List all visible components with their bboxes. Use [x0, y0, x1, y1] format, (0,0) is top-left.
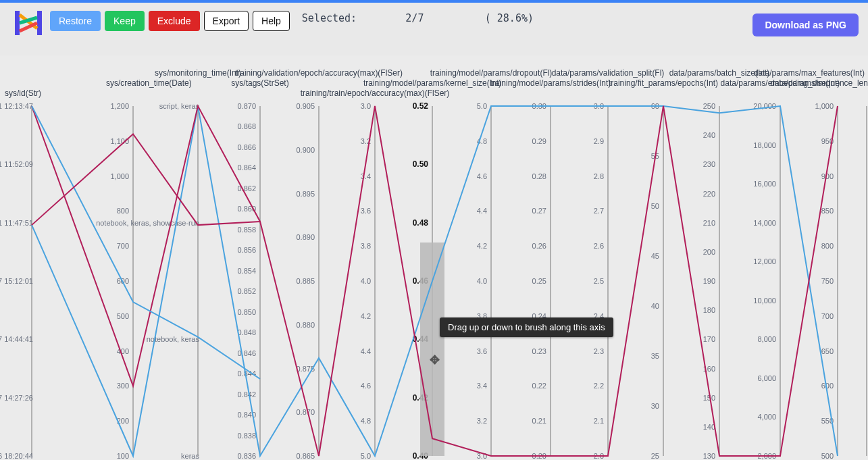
svg-text:0.870: 0.870	[237, 102, 256, 110]
svg-text:sys/monitoring_time(Int): sys/monitoring_time(Int)	[155, 68, 241, 78]
keep-button[interactable]: Keep	[105, 11, 145, 31]
svg-text:2.1: 2.1	[594, 417, 604, 425]
parallel-coordinates-chart[interactable]: sys/id(Str)2023/06/21 12:13:472023/06/21…	[0, 55, 868, 460]
svg-text:2.5: 2.5	[594, 277, 604, 285]
svg-text:0.52: 0.52	[413, 101, 429, 111]
download-png-button[interactable]: Download as PNG	[752, 14, 859, 36]
svg-text:training/model/params/kernel_s: training/model/params/kernel_size(Int)	[363, 78, 501, 88]
svg-text:0.842: 0.842	[237, 390, 256, 399]
svg-text:3.6: 3.6	[477, 347, 487, 355]
svg-text:40: 40	[651, 302, 659, 310]
svg-text:4.4: 4.4	[477, 207, 487, 215]
svg-text:0.858: 0.858	[237, 226, 256, 234]
svg-text:140: 140	[703, 423, 715, 431]
svg-text:4.4: 4.4	[361, 347, 371, 355]
svg-text:2023/03/07 14:44:41: 2023/03/07 14:44:41	[0, 335, 33, 343]
svg-text:14,000: 14,000	[753, 219, 776, 227]
svg-text:2023/03/07 15:12:01: 2023/03/07 15:12:01	[0, 277, 33, 285]
svg-text:850: 850	[821, 207, 834, 215]
svg-text:3.6: 3.6	[361, 207, 371, 215]
svg-text:400: 400	[117, 347, 129, 355]
svg-text:100: 100	[117, 452, 129, 460]
svg-text:0.890: 0.890	[296, 233, 315, 241]
svg-text:2023/06/21 11:47:51: 2023/06/21 11:47:51	[0, 219, 33, 227]
svg-text:210: 210	[703, 219, 715, 227]
svg-text:1,000: 1,000	[815, 102, 834, 110]
selection-status: Selected: 2/7 ( 28.6%)	[302, 12, 534, 24]
svg-text:2023/03/06 18:20:44: 2023/03/06 18:20:44	[0, 452, 33, 460]
export-button[interactable]: Export	[204, 11, 249, 31]
svg-text:3.8: 3.8	[361, 242, 371, 250]
svg-text:300: 300	[117, 382, 129, 390]
svg-text:1,000: 1,000	[110, 172, 129, 180]
exclude-button[interactable]: Exclude	[149, 11, 200, 31]
svg-text:180: 180	[703, 306, 715, 314]
svg-text:keras: keras	[181, 452, 199, 460]
svg-rect-0	[15, 11, 20, 35]
svg-text:200: 200	[703, 248, 715, 256]
restore-button[interactable]: Restore	[50, 11, 101, 31]
svg-text:0.864: 0.864	[237, 163, 256, 172]
svg-text:0.868: 0.868	[237, 122, 256, 130]
svg-rect-1	[37, 11, 42, 35]
svg-text:2.4: 2.4	[594, 312, 604, 320]
svg-text:1,200: 1,200	[110, 102, 129, 110]
svg-text:30: 30	[651, 402, 659, 410]
svg-text:0.905: 0.905	[296, 102, 315, 110]
svg-text:35: 35	[651, 352, 659, 360]
svg-text:500: 500	[117, 312, 129, 320]
svg-text:5.0: 5.0	[477, 102, 487, 110]
svg-text:0.880: 0.880	[296, 321, 315, 329]
svg-text:230: 230	[703, 160, 715, 168]
svg-rect-174	[420, 242, 444, 456]
svg-text:3.0: 3.0	[361, 102, 371, 110]
svg-text:training/model/params/dropout(: training/model/params/dropout(Fl)	[430, 68, 553, 78]
svg-text:0.854: 0.854	[237, 267, 256, 275]
hiplot-logo	[14, 8, 43, 38]
svg-text:3.8: 3.8	[477, 312, 487, 320]
svg-text:0.852: 0.852	[237, 287, 256, 295]
svg-text:4.6: 4.6	[477, 172, 487, 180]
selected-pct: ( 28.6%)	[485, 12, 534, 24]
svg-text:250: 250	[703, 102, 715, 110]
svg-text:2.9: 2.9	[594, 137, 604, 145]
svg-text:0.22: 0.22	[532, 382, 546, 390]
svg-text:0.29: 0.29	[532, 137, 546, 145]
svg-text:650: 650	[821, 347, 834, 355]
svg-text:4.0: 4.0	[361, 277, 371, 285]
svg-text:12,000: 12,000	[753, 257, 776, 265]
svg-text:0.24: 0.24	[532, 312, 546, 320]
svg-text:training/model/params/strides(: training/model/params/strides(Int)	[490, 78, 611, 88]
svg-text:800: 800	[117, 207, 129, 215]
svg-text:500: 500	[821, 452, 834, 460]
svg-text:2.7: 2.7	[594, 207, 604, 215]
selected-count: 2/7	[405, 12, 424, 24]
svg-text:0.885: 0.885	[296, 277, 315, 285]
svg-text:sys/id(Str): sys/id(Str)	[5, 88, 41, 98]
svg-text:0.866: 0.866	[237, 143, 256, 151]
svg-text:0.50: 0.50	[413, 159, 429, 169]
svg-text:notebook, keras, showcase-run: notebook, keras, showcase-run	[96, 219, 199, 227]
svg-text:5.0: 5.0	[361, 452, 371, 460]
svg-text:0.836: 0.836	[237, 452, 256, 460]
svg-text:4.0: 4.0	[477, 277, 487, 285]
selected-label: Selected:	[302, 12, 357, 24]
svg-text:4,000: 4,000	[757, 413, 776, 421]
svg-text:training/validation/epoch/accu: training/validation/epoch/accuracy(max)(…	[235, 68, 403, 78]
svg-text:2023/06/21 11:52:09: 2023/06/21 11:52:09	[0, 160, 33, 168]
svg-text:25: 25	[651, 452, 659, 460]
svg-text:4.8: 4.8	[361, 417, 371, 425]
svg-text:0.856: 0.856	[237, 246, 256, 254]
toolbar: Restore Keep Exclude Export Help Selecte…	[0, 0, 868, 55]
help-button[interactable]: Help	[253, 11, 290, 31]
svg-text:training/fit_params/epochs(Int: training/fit_params/epochs(Int)	[609, 78, 718, 88]
svg-text:0.870: 0.870	[296, 408, 315, 416]
svg-text:18,000: 18,000	[753, 141, 776, 149]
svg-text:45: 45	[651, 252, 659, 260]
svg-text:script, keras: script, keras	[159, 102, 200, 110]
svg-text:0.25: 0.25	[532, 277, 546, 285]
button-row: Restore Keep Exclude Export Help	[50, 11, 290, 31]
svg-text:2023/06/21 12:13:47: 2023/06/21 12:13:47	[0, 102, 33, 110]
svg-text:240: 240	[703, 131, 715, 139]
svg-text:0.21: 0.21	[532, 417, 546, 425]
